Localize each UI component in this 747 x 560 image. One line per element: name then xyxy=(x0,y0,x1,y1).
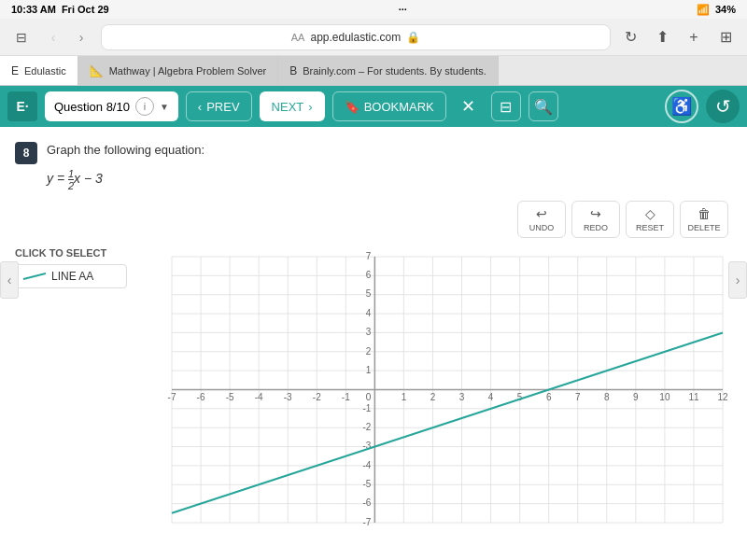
tab-mathway[interactable]: 📐 Mathway | Algebra Problem Solver xyxy=(78,56,279,85)
click-to-select-label: CLICK TO SELECT xyxy=(15,247,127,259)
tabs-bar: E Edulastic 📐 Mathway | Algebra Problem … xyxy=(0,56,747,86)
font-size-label: AA xyxy=(291,32,305,43)
info-button[interactable]: i xyxy=(135,97,154,116)
line-aa-label: LINE AA xyxy=(51,270,93,283)
tab-brainly[interactable]: B Brainly.com – For students. By student… xyxy=(278,56,499,85)
equation: y = 12x − 3 xyxy=(47,168,732,191)
prev-button[interactable]: ‹ PREV xyxy=(186,91,252,121)
url-bar[interactable]: AA app.edulastic.com 🔒 xyxy=(101,24,611,50)
wifi-icon: 📶 xyxy=(697,4,710,16)
accessibility-button[interactable]: ♿ xyxy=(665,90,698,123)
graph-toolbar: ↩ UNDO ↪ REDO ◇ RESET 🗑 DELETE xyxy=(15,201,732,238)
reset-button[interactable]: ◇ RESET xyxy=(626,201,674,238)
lock-icon: 🔒 xyxy=(406,31,420,44)
reload-button[interactable]: ↻ xyxy=(618,25,642,49)
time: 10:33 AM xyxy=(11,4,56,15)
bookmark-button[interactable]: 🔖 BOOKMARK xyxy=(332,91,446,121)
delete-icon: 🗑 xyxy=(698,206,711,221)
line-selector: CLICK TO SELECT LINE AA xyxy=(15,247,127,545)
bookmark-icon: 🔖 xyxy=(345,100,359,114)
undo-icon: ↩ xyxy=(536,206,547,221)
share-button[interactable]: ⬆ xyxy=(650,25,674,49)
reset-icon: ◇ xyxy=(645,206,655,221)
card-view-button[interactable]: ⊟ xyxy=(491,91,521,121)
forward-button[interactable]: › xyxy=(69,25,93,49)
question-number: 8 xyxy=(15,142,37,164)
graph-container[interactable] xyxy=(138,247,732,545)
sidebar-toggle-button[interactable]: ⊟ xyxy=(9,25,34,49)
line-aa-icon xyxy=(23,272,46,281)
submit-button[interactable]: ↺ xyxy=(706,90,740,123)
logo-text: E· xyxy=(16,99,28,114)
chevron-down-icon: ▼ xyxy=(160,102,169,112)
question-area: 8 Graph the following equation: y = 12x … xyxy=(15,142,732,191)
nav-arrow-right[interactable]: › xyxy=(728,261,747,299)
nav-arrow-left[interactable]: ‹ xyxy=(0,261,19,299)
day: Fri Oct 29 xyxy=(62,4,109,15)
redo-button[interactable]: ↪ REDO xyxy=(571,201,620,238)
question-selector-text: Question 8/10 xyxy=(54,100,130,114)
line-aa-item[interactable]: LINE AA xyxy=(15,264,127,288)
app-logo: E· xyxy=(7,91,37,121)
next-arrow-icon: › xyxy=(308,100,312,114)
next-button[interactable]: NEXT › xyxy=(260,91,325,121)
delete-button[interactable]: 🗑 DELETE xyxy=(680,201,728,238)
dots-icon: ··· xyxy=(399,4,407,15)
graph-area: CLICK TO SELECT LINE AA xyxy=(15,247,732,545)
brainly-tab-icon: B xyxy=(289,64,297,77)
undo-button[interactable]: ↩ UNDO xyxy=(517,201,566,238)
question-text: Graph the following equation: xyxy=(47,142,204,159)
tab-edulastic[interactable]: E Edulastic xyxy=(0,56,78,85)
question-selector[interactable]: Question 8/10 i ▼ xyxy=(45,91,178,121)
graph-canvas[interactable] xyxy=(138,247,732,545)
prev-arrow-icon: ‹ xyxy=(198,100,202,114)
url-text: app.edulastic.com xyxy=(310,31,401,44)
edulastic-tab-label: Edulastic xyxy=(24,65,66,77)
back-button[interactable]: ‹ xyxy=(41,25,65,49)
new-tab-button[interactable]: + xyxy=(682,25,706,49)
browser-chrome: ⊟ ‹ › AA app.edulastic.com 🔒 ↻ ⬆ + ⊞ xyxy=(0,19,747,56)
main-content: 8 Graph the following equation: y = 12x … xyxy=(0,127,747,560)
zoom-button[interactable]: 🔍 xyxy=(529,91,558,121)
redo-icon: ↪ xyxy=(590,206,601,221)
app-header: E· Question 8/10 i ▼ ‹ PREV NEXT › 🔖 BOO… xyxy=(0,86,747,127)
battery: 34% xyxy=(715,4,736,15)
mathway-tab-icon: 📐 xyxy=(90,64,104,77)
mathway-tab-label: Mathway | Algebra Problem Solver xyxy=(109,65,267,77)
status-bar: 10:33 AM Fri Oct 29 ··· 📶 34% xyxy=(0,0,747,19)
tabs-button[interactable]: ⊞ xyxy=(713,25,738,49)
edulastic-tab-icon: E xyxy=(11,64,19,77)
svg-line-0 xyxy=(23,273,46,279)
brainly-tab-label: Brainly.com – For students. By students. xyxy=(303,65,486,77)
close-button[interactable]: ✕ xyxy=(454,91,484,121)
